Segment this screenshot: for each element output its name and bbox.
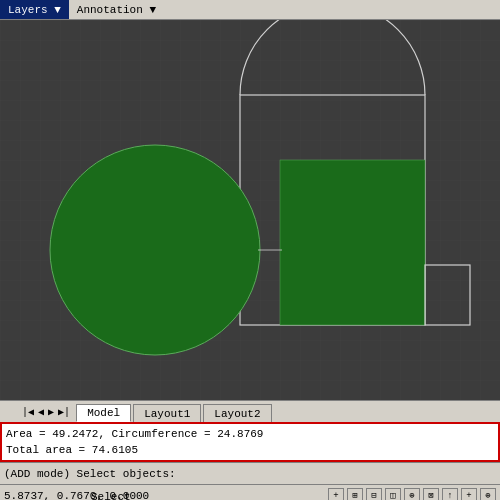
tab-layout1[interactable]: Layout1 [133, 404, 201, 422]
ortho-btn[interactable]: ⊟ [366, 488, 382, 501]
menu-layers[interactable]: Layers ▼ [0, 0, 69, 19]
tab-layout2[interactable]: Layout2 [203, 404, 271, 422]
otrack-btn[interactable]: ⊠ [423, 488, 439, 501]
command-line-1: Area = 49.2472, Circumference = 24.8769 [6, 426, 494, 442]
tab-nav-arrows: |◀ ◀ ▶ ▶| [20, 401, 76, 422]
ducs-btn[interactable]: ↑ [442, 488, 458, 501]
nav-last[interactable]: ▶| [56, 406, 72, 418]
grid-btn[interactable]: ⊞ [347, 488, 363, 501]
coordinate-bar: 5.8737, 0.7670, 0.0000 + ⊞ ⊟ ◫ ⊕ ⊠ ↑ + ⊕… [0, 484, 500, 500]
nav-first[interactable]: |◀ [20, 406, 36, 418]
green-circle [50, 145, 260, 355]
snap-btn[interactable]: + [328, 488, 344, 501]
tab-model[interactable]: Model [76, 404, 131, 422]
polar-btn[interactable]: ◫ [385, 488, 401, 501]
mode-label: (ADD mode) Select objects: [4, 468, 176, 480]
command-output-area: Area = 49.2472, Circumference = 24.8769 … [0, 422, 500, 462]
lweight-btn[interactable]: ⊕ [480, 488, 496, 501]
nav-prev[interactable]: ◀ [36, 406, 46, 418]
green-rect [280, 160, 425, 325]
select-label: Select [91, 491, 131, 500]
command-line-2: Total area = 74.6105 [6, 442, 494, 458]
shapes-svg [0, 20, 500, 400]
tab-bar: |◀ ◀ ▶ ▶| Model Layout1 Layout2 [0, 400, 500, 422]
top-menubar: Layers ▼ Annotation ▼ [0, 0, 500, 20]
dyn-btn[interactable]: + [461, 488, 477, 501]
osnap-btn[interactable]: ⊕ [404, 488, 420, 501]
status-bar: (ADD mode) Select objects: [0, 462, 500, 484]
menu-annotation[interactable]: Annotation ▼ [69, 0, 164, 19]
step-rect [425, 265, 470, 325]
nav-next[interactable]: ▶ [46, 406, 56, 418]
arch-shape [240, 20, 425, 95]
drawing-canvas[interactable] [0, 20, 500, 400]
